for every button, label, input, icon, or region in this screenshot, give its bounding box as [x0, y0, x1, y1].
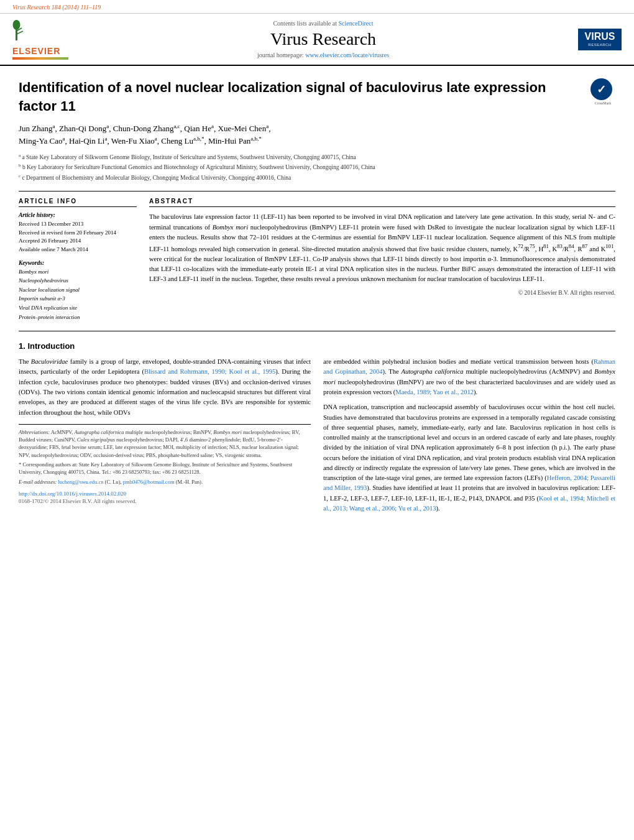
abbreviations: Abbreviations: AcMNPV, Autographa califo…	[19, 428, 311, 459]
affiliation-b: b b Key Laboratory for Sericulture Funct…	[19, 162, 615, 172]
article-title: Identification of a novel nuclear locali…	[19, 78, 581, 115]
corresponding-note: * Corresponding authors at: State Key La…	[19, 461, 311, 476]
journal-logo-box: VIRUS RESEARCH	[578, 29, 622, 50]
received-revised-date: Received in revised form 20 February 201…	[19, 229, 137, 237]
article-history: Article history: Received 13 December 20…	[19, 212, 137, 253]
svg-point-1	[13, 20, 21, 30]
abstract-text: The baculovirus late expression factor 1…	[149, 212, 615, 284]
intro-para-2: are embedded within polyhedral inclusion…	[323, 357, 615, 514]
info-abstract-layout: ARTICLE INFO Article history: Received 1…	[19, 198, 615, 322]
affiliation-c: c c Department of Biochemistry and Molec…	[19, 173, 615, 182]
bottom-links: http://dx.doi.org/10.1016/j.virusres.201…	[19, 491, 311, 497]
elsevier-logo-icon	[12, 19, 50, 44]
kw-2: Nucleopolyhedrovirus	[19, 277, 137, 285]
divider-mid	[19, 331, 615, 331]
elsevier-logo: ELSEVIER	[12, 19, 68, 60]
elsevier-text: ELSEVIER	[12, 46, 68, 56]
article-main: Identification of a novel nuclear locali…	[0, 66, 634, 531]
journal-center: Contents lists available at ScienceDirec…	[81, 20, 566, 58]
intro-col-left: The Baculoviridae family is a group of l…	[19, 357, 311, 519]
journal-header: Virus Research 184 (2014) 111–119	[0, 0, 634, 14]
journal-name: Virus Research	[81, 29, 566, 49]
received-date: Received 13 December 2013	[19, 220, 137, 228]
journal-logo-inner: VIRUS RESEARCH	[578, 29, 622, 50]
email-note: E-mail addresses: lucheng@swu.edu.cn (C.…	[19, 478, 311, 486]
svg-line-3	[17, 31, 24, 34]
authors-line: Jun Zhanga, Zhan-Qi Donga, Chun-Dong Zha…	[19, 122, 615, 147]
copyright-line: © 2014 Elsevier B.V. All rights reserved…	[149, 290, 615, 296]
issn-line: 0168-1702/© 2014 Elsevier B.V. All right…	[19, 498, 311, 504]
title-section: Identification of a novel nuclear locali…	[19, 72, 615, 115]
kw-5: Viral DNA replication site	[19, 304, 137, 312]
intro-para-1: The Baculoviridae family is a group of l…	[19, 357, 311, 418]
email-lu[interactable]: lucheng@swu.edu.cn	[58, 479, 103, 485]
affiliations: a a State Key Laboratory of Silkworm Gen…	[19, 152, 615, 182]
keywords-section: Keywords: Bombyx mori Nucleopolyhedrovir…	[19, 260, 137, 321]
elsevier-bar	[12, 57, 68, 60]
kw-6: Protein–protein interaction	[19, 313, 137, 321]
available-date: Available online 7 March 2014	[19, 246, 137, 254]
kw-4: Importin subunit α-3	[19, 295, 137, 303]
contents-line: Contents lists available at ScienceDirec…	[81, 20, 566, 27]
journal-homepage-link[interactable]: www.elsevier.com/locate/virusres	[305, 52, 389, 58]
keywords-title: Keywords:	[19, 260, 137, 266]
doi-link[interactable]: http://dx.doi.org/10.1016/j.virusres.201…	[19, 491, 126, 497]
intro-two-col: The Baculoviridae family is a group of l…	[19, 357, 615, 519]
accepted-date: Accepted 26 February 2014	[19, 237, 137, 245]
journal-banner: ELSEVIER Contents lists available at Sci…	[0, 14, 634, 66]
crossmark-logo: ✓ CrossMark	[590, 78, 615, 105]
divider-top	[19, 191, 615, 192]
journal-citation: Virus Research 184 (2014) 111–119	[12, 4, 101, 11]
article-info-title: ARTICLE INFO	[19, 198, 137, 207]
logo-vr-text: VIRUS	[580, 32, 620, 42]
kw-1: Bombyx mori	[19, 268, 137, 276]
history-title: Article history:	[19, 212, 137, 218]
section-title-intro: 1. Introduction	[19, 341, 615, 351]
affiliation-a: a a State Key Laboratory of Silkworm Gen…	[19, 152, 615, 162]
abstract-col: ABSTRACT The baculovirus late expression…	[149, 198, 615, 322]
abstract-title: ABSTRACT	[149, 198, 615, 207]
logo-research-text: RESEARCH	[588, 43, 611, 47]
sciencedirect-link[interactable]: ScienceDirect	[338, 20, 373, 27]
footnotes-section: Abbreviations: AcMNPV, Autographa califo…	[19, 424, 311, 486]
kw-3: Nuclear localization signal	[19, 286, 137, 294]
crossmark-text: CrossMark	[590, 101, 615, 105]
email-pan[interactable]: pmh0476@hotmail.com	[123, 479, 175, 485]
article-info-col: ARTICLE INFO Article history: Received 1…	[19, 198, 137, 322]
journal-homepage-line: journal homepage: www.elsevier.com/locat…	[81, 52, 566, 58]
crossmark-icon: ✓	[590, 78, 612, 100]
introduction-section: 1. Introduction The Baculoviridae family…	[19, 341, 615, 519]
intro-col-right: are embedded within polyhedral inclusion…	[323, 357, 615, 519]
